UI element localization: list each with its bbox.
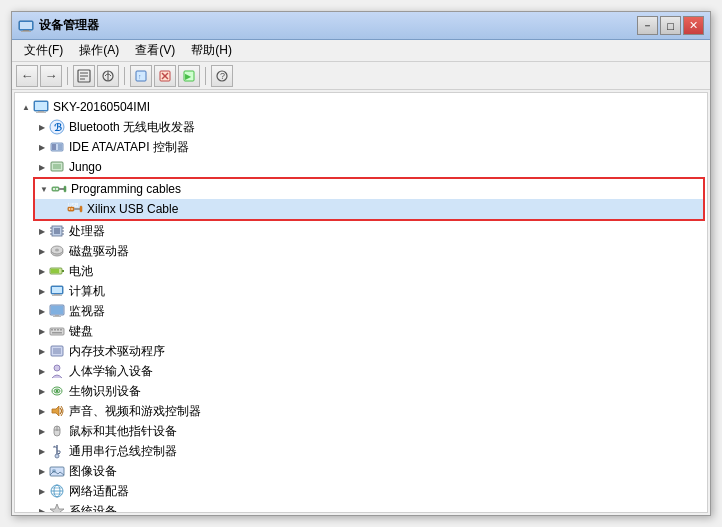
expand-netadapter[interactable]: ▶ [35, 484, 49, 498]
progcables-label: Programming cables [71, 182, 181, 196]
expand-root[interactable]: ▲ [19, 100, 33, 114]
expand-battery[interactable]: ▶ [35, 264, 49, 278]
device-tree-container[interactable]: ▲ SKY-20160504IMI ▶ ℬ [14, 92, 708, 513]
svg-rect-26 [52, 144, 56, 150]
svg-point-35 [53, 188, 55, 190]
expand-hid[interactable]: ▶ [35, 364, 49, 378]
tree-item-hid[interactable]: ▶ 人体学输入设备 [15, 361, 707, 381]
tree-item-bt[interactable]: ▶ ℬ Bluetooth 无线电收发器 [15, 117, 707, 137]
network-icon [49, 483, 65, 499]
tree-item-keyboard[interactable]: ▶ 键盘 [15, 321, 707, 341]
tree-item-ide[interactable]: ▶ IDE ATA/ATAPI 控制器 [15, 137, 707, 157]
device-tree: ▲ SKY-20160504IMI ▶ ℬ [15, 93, 707, 513]
tree-item-progcables[interactable]: ▼ Programming cables [35, 179, 703, 199]
expand-keyboard[interactable]: ▶ [35, 324, 49, 338]
expand-ide[interactable]: ▶ [35, 140, 49, 154]
expand-mouse[interactable]: ▶ [35, 424, 49, 438]
expand-processor[interactable]: ▶ [35, 224, 49, 238]
expand-sound[interactable]: ▶ [35, 404, 49, 418]
jungo-icon [49, 159, 65, 175]
tree-item-mouse[interactable]: ▶ 鼠标和其他指针设备 [15, 421, 707, 441]
computer2-icon [49, 283, 65, 299]
computer-icon [33, 99, 49, 115]
tree-item-jungo[interactable]: ▶ Jungo [15, 157, 707, 177]
svg-point-78 [56, 390, 59, 393]
minimize-button[interactable]: － [637, 16, 658, 35]
expand-computer[interactable]: ▶ [35, 284, 49, 298]
svg-marker-79 [52, 406, 59, 416]
toolbar-btn-2[interactable] [97, 65, 119, 87]
tree-item-storage[interactable]: ▶ 内存技术驱动程序 [15, 341, 707, 361]
svg-text:ℬ: ℬ [54, 122, 62, 133]
storage-label: 内存技术驱动程序 [69, 343, 165, 360]
svg-rect-3 [20, 22, 32, 29]
tree-item-monitor[interactable]: ▶ 监视器 [15, 301, 707, 321]
title-buttons: － □ ✕ [637, 16, 704, 35]
tree-item-disk[interactable]: ▶ 磁盘驱动器 [15, 241, 707, 261]
tree-item-processor[interactable]: ▶ 处理器 [15, 221, 707, 241]
svg-rect-69 [60, 329, 62, 331]
tree-item-computer[interactable]: ▶ 计算机 [15, 281, 707, 301]
toolbar-btn-5[interactable]: ▶ [178, 65, 200, 87]
expand-jungo[interactable]: ▶ [35, 160, 49, 174]
tree-item-image[interactable]: ▶ 图像设备 [15, 461, 707, 481]
bt-icon: ℬ [49, 119, 65, 135]
svg-point-53 [55, 249, 59, 252]
forward-button[interactable]: → [40, 65, 62, 87]
toolbar: ← → ↑ [12, 62, 710, 90]
title-bar-left: 设备管理器 [18, 17, 99, 34]
toolbar-btn-6[interactable]: ? [211, 65, 233, 87]
tree-item-usbcable[interactable]: USB Xilinx USB Cable [35, 199, 703, 219]
storage-icon [49, 343, 65, 359]
expand-monitor[interactable]: ▶ [35, 304, 49, 318]
toolbar-btn-3[interactable]: ↑ [130, 65, 152, 87]
usbcable-icon: USB [67, 201, 83, 217]
mouse-label: 鼠标和其他指针设备 [69, 423, 177, 440]
expand-usbcable [53, 202, 67, 216]
expand-progcables[interactable]: ▼ [37, 182, 51, 196]
expand-image[interactable]: ▶ [35, 464, 49, 478]
back-button[interactable]: ← [16, 65, 38, 87]
tree-item-sound[interactable]: ▶ 声音、视频和游戏控制器 [15, 401, 707, 421]
tree-item-battery[interactable]: ▶ 电池 [15, 261, 707, 281]
svg-rect-68 [57, 329, 59, 331]
expand-usb[interactable]: ▶ [35, 444, 49, 458]
disk-icon [49, 243, 65, 259]
expand-bt[interactable]: ▶ [35, 120, 49, 134]
expand-bio[interactable]: ▶ [35, 384, 49, 398]
processor-icon [49, 223, 65, 239]
menu-action[interactable]: 操作(A) [71, 40, 127, 61]
tree-item-usb[interactable]: ▶ 通用串行总线控制器 [15, 441, 707, 461]
toolbar-btn-1[interactable] [73, 65, 95, 87]
tree-item-bio[interactable]: ▶ 生物识别设备 [15, 381, 707, 401]
menu-file[interactable]: 文件(F) [16, 40, 71, 61]
tree-item-root[interactable]: ▲ SKY-20160504IMI [15, 97, 707, 117]
sound-label: 声音、视频和游戏控制器 [69, 403, 201, 420]
expand-storage[interactable]: ▶ [35, 344, 49, 358]
svg-rect-34 [64, 186, 66, 192]
svg-rect-67 [54, 329, 56, 331]
svg-rect-22 [36, 112, 46, 113]
scan-icon [101, 69, 115, 83]
maximize-button[interactable]: □ [660, 16, 681, 35]
svg-rect-58 [52, 287, 62, 293]
svg-rect-2 [21, 31, 31, 32]
bio-label: 生物识别设备 [69, 383, 141, 400]
update-icon: ↑ [134, 69, 148, 83]
toolbar-btn-4[interactable] [154, 65, 176, 87]
expand-disk[interactable]: ▶ [35, 244, 49, 258]
svg-rect-64 [53, 316, 61, 317]
ide-icon [49, 139, 65, 155]
tree-item-netadapter[interactable]: ▶ 网络适配器 [15, 481, 707, 501]
svg-point-83 [55, 454, 59, 458]
close-button[interactable]: ✕ [683, 16, 704, 35]
expand-sysdev[interactable]: ▶ [35, 504, 49, 513]
menu-help[interactable]: 帮助(H) [183, 40, 240, 61]
menu-bar: 文件(F) 操作(A) 查看(V) 帮助(H) [12, 40, 710, 62]
device-manager-window: 设备管理器 － □ ✕ 文件(F) 操作(A) 查看(V) 帮助(H) ← → [11, 11, 711, 516]
usb-label: 通用串行总线控制器 [69, 443, 177, 460]
tree-item-sysdev[interactable]: ▶ 系统设备 [15, 501, 707, 513]
menu-view[interactable]: 查看(V) [127, 40, 183, 61]
sysdev-icon [49, 503, 65, 513]
keyboard-label: 键盘 [69, 323, 93, 340]
